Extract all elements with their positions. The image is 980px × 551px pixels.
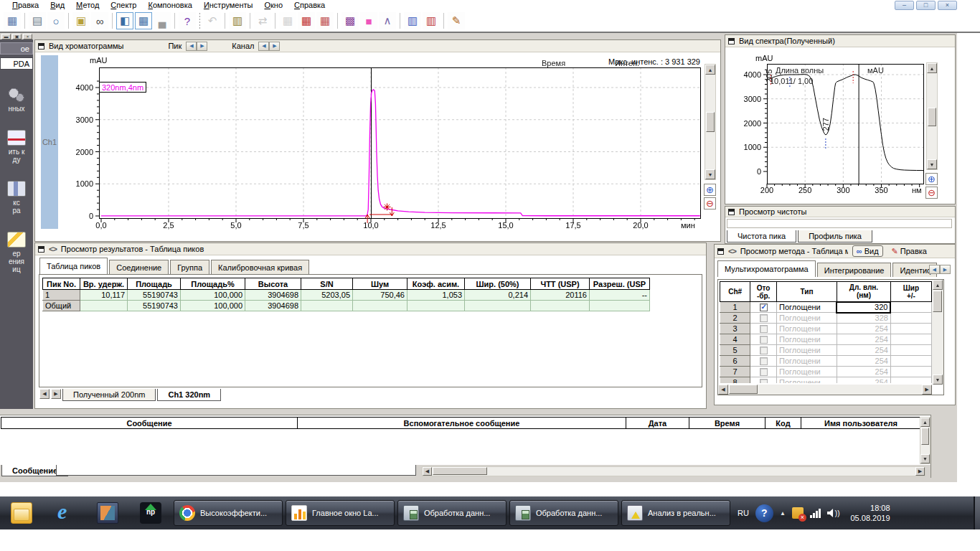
results-tab-Соединение[interactable]: Соединение xyxy=(109,260,169,274)
column-header[interactable]: Площадь% xyxy=(181,278,245,290)
peak-next-button[interactable]: ▶ xyxy=(197,42,207,51)
peak-prev-button[interactable]: ◀ xyxy=(186,42,197,51)
channel-next-button[interactable]: ▶ xyxy=(269,42,280,51)
width-cell[interactable] xyxy=(890,367,931,377)
toolbar-copy-button[interactable]: ▣ xyxy=(72,12,90,29)
clock[interactable]: 18:08 05.08.2019 xyxy=(850,503,890,523)
menu-item-Окно[interactable]: Окно xyxy=(259,1,288,9)
message-horizontal-scrollbar[interactable]: ◀ ▶ xyxy=(422,466,925,476)
column-header[interactable]: Шум xyxy=(353,278,407,290)
column-header[interactable]: Высота xyxy=(245,278,301,290)
row-header-cell[interactable]: 7 xyxy=(720,367,750,377)
spectrum-panel-header[interactable]: Вид спектра(Полученный) xyxy=(725,35,955,47)
column-header[interactable]: Площадь xyxy=(128,278,181,290)
width-cell[interactable] xyxy=(890,334,931,345)
show-desktop-button[interactable] xyxy=(974,496,980,529)
width-cell[interactable] xyxy=(890,377,931,384)
volume-icon[interactable]: )) xyxy=(827,509,840,517)
unchecked-checkbox-icon[interactable] xyxy=(760,379,768,383)
checkbox-cell[interactable] xyxy=(750,334,777,345)
results-panel-header[interactable]: Просмотр результатов - Таблица пиков xyxy=(35,243,706,255)
taskbar-button[interactable]: Обработка данн... xyxy=(397,500,507,526)
width-cell[interactable] xyxy=(890,302,931,313)
toolbar-report-edit-button[interactable]: ▥ xyxy=(229,12,246,29)
language-indicator[interactable]: RU xyxy=(738,509,749,517)
taskbar-button[interactable]: Высокоэффекти... xyxy=(174,500,283,526)
row-header-cell[interactable]: 5 xyxy=(720,345,750,356)
toolbar-table-add-button[interactable]: ▦ xyxy=(316,12,334,29)
column-header[interactable]: Шир+/- xyxy=(890,282,931,302)
row-header-cell[interactable]: 4 xyxy=(720,334,750,345)
column-header[interactable]: Коэф. асим. xyxy=(407,278,465,290)
menu-item-Спектр[interactable]: Спектр xyxy=(105,1,141,9)
column-header[interactable]: Шир. (50%) xyxy=(465,278,531,290)
row-header-cell[interactable]: 6 xyxy=(720,356,750,367)
column-header[interactable]: S/N xyxy=(301,278,353,290)
checkbox-cell[interactable] xyxy=(750,367,777,377)
edit-button[interactable]: ✎ Правка xyxy=(887,245,931,257)
tab-scroll-left-icon[interactable]: ◀ xyxy=(929,265,940,274)
width-cell[interactable] xyxy=(890,345,931,356)
scroll-thumb[interactable] xyxy=(928,108,936,126)
toolbar-view-table-pane-button[interactable]: ▦ xyxy=(135,12,152,29)
panel-minimize-icon[interactable] xyxy=(728,38,735,44)
taskbar-button[interactable]: Анализ в реальн... xyxy=(621,500,730,526)
view-button[interactable]: ∞ Вид xyxy=(852,245,883,257)
menu-item-Правка[interactable]: Правка xyxy=(7,1,44,9)
panel-minimize-icon[interactable] xyxy=(38,246,44,253)
column-header[interactable]: Дл. влн.(нм) xyxy=(837,282,890,302)
panel-minimize-icon[interactable] xyxy=(38,43,44,50)
column-header[interactable]: Время xyxy=(689,418,765,429)
sidebar-tab-ое[interactable]: ое xyxy=(0,42,33,55)
restore-button[interactable]: □ xyxy=(916,1,936,10)
method-horizontal-scrollbar[interactable]: ◀ ▶ xyxy=(718,385,932,395)
channel-prev-button[interactable]: ◀ xyxy=(258,42,269,51)
row-header-cell[interactable]: 8 xyxy=(720,377,750,384)
toolbar-help-button[interactable]: ? xyxy=(179,12,196,29)
mdi-close-icon[interactable]: × xyxy=(23,34,32,39)
zoom-out-button[interactable]: ⊖ xyxy=(704,197,716,209)
column-header[interactable]: Ch# xyxy=(720,282,750,302)
unchecked-checkbox-icon[interactable] xyxy=(760,325,768,333)
message-vertical-scrollbar[interactable]: ▲ ▼ xyxy=(920,417,930,464)
column-header[interactable]: Код xyxy=(765,418,801,429)
width-cell[interactable] xyxy=(890,356,931,367)
minimize-button[interactable]: – xyxy=(895,1,914,10)
toolbar-contour-view-button[interactable]: ■ xyxy=(360,12,377,29)
taskbar-button[interactable]: Обработка данн... xyxy=(509,500,618,526)
scroll-down-icon[interactable]: ▼ xyxy=(705,169,715,179)
results-tab-Таблица пиков[interactable]: Таблица пиков xyxy=(39,258,108,274)
scroll-down-icon[interactable]: ▼ xyxy=(920,454,930,463)
sidebar-item[interactable]: ксра xyxy=(0,181,33,215)
scroll-thumb[interactable] xyxy=(706,112,715,132)
chromatogram-panel-header[interactable]: Вид хроматограммы Пик ◀ ▶ Канал ◀ ▶ xyxy=(35,40,720,52)
width-cell[interactable] xyxy=(890,324,931,334)
scroll-right-icon[interactable]: ▶ xyxy=(922,385,932,395)
type-cell[interactable]: Поглощени xyxy=(777,356,837,367)
sheet-tab-Полученный 200nm[interactable]: Полученный 200nm xyxy=(62,389,156,401)
help-tray-icon[interactable]: ? xyxy=(755,504,773,522)
sidebar-tab-PDA[interactable]: PDA xyxy=(0,57,33,70)
method-tab-Мультихроматограмма[interactable]: Мультихроматограмма xyxy=(717,260,816,277)
tray-expand-icon[interactable]: ▲ xyxy=(780,510,786,517)
menu-item-Метод[interactable]: Метод xyxy=(71,1,104,9)
mdi-restore-icon[interactable]: ▣ xyxy=(12,34,22,39)
tab-scroll-right-icon[interactable]: ▶ xyxy=(940,265,951,274)
column-header[interactable]: Дата xyxy=(626,418,689,429)
toolbar-print-button[interactable]: ▤ xyxy=(29,12,46,29)
results-tab-Калибровочная кривая[interactable]: Калибровочная кривая xyxy=(211,260,309,274)
presentation-icon[interactable] xyxy=(97,502,118,524)
toolbar-save-report-button[interactable]: ▦ xyxy=(4,12,21,29)
scroll-down-icon[interactable]: ▼ xyxy=(927,159,937,169)
checkbox-cell[interactable] xyxy=(750,324,777,334)
scroll-thumb[interactable] xyxy=(433,467,487,475)
channel-strip[interactable]: Ch1 xyxy=(41,55,58,229)
menu-item-Справка[interactable]: Справка xyxy=(289,1,330,9)
column-header[interactable]: Ото-бр. xyxy=(750,282,777,302)
unchecked-checkbox-icon[interactable] xyxy=(760,368,768,376)
scroll-down-icon[interactable]: ▼ xyxy=(933,375,943,385)
width-cell[interactable] xyxy=(890,313,931,324)
toolbar-print-preview-button[interactable]: ○ xyxy=(47,12,65,29)
column-header[interactable]: Вр. удерж. xyxy=(80,278,128,290)
scroll-up-icon[interactable]: ▲ xyxy=(927,63,937,73)
